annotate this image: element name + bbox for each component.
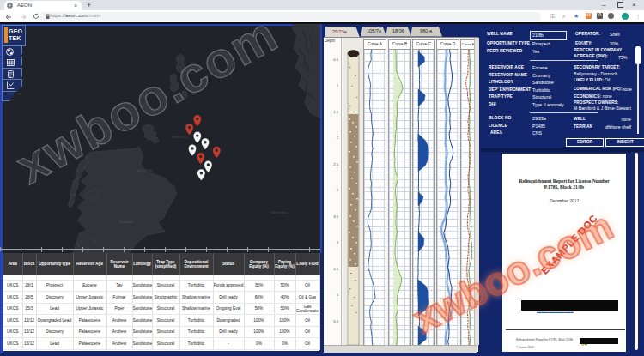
svg-text:North Sea: North Sea (271, 210, 288, 214)
svg-text:Moray Firth: Moray Firth (137, 169, 153, 172)
svg-text:Scotland: Scotland (119, 220, 133, 224)
